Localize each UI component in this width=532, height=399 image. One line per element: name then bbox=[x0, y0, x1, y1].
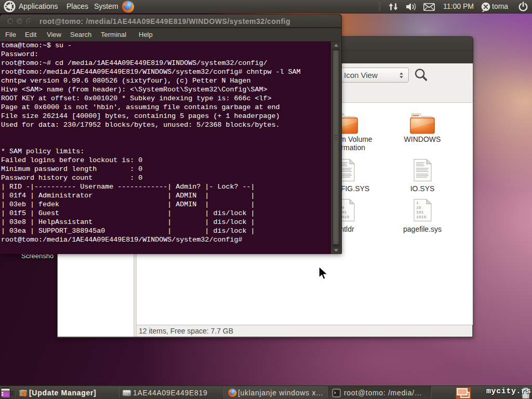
svg-text:1: 1 bbox=[416, 201, 419, 205]
svg-text:10: 10 bbox=[416, 205, 421, 210]
svg-text:1010: 1010 bbox=[416, 215, 426, 219]
svg-text:101: 101 bbox=[416, 210, 424, 215]
